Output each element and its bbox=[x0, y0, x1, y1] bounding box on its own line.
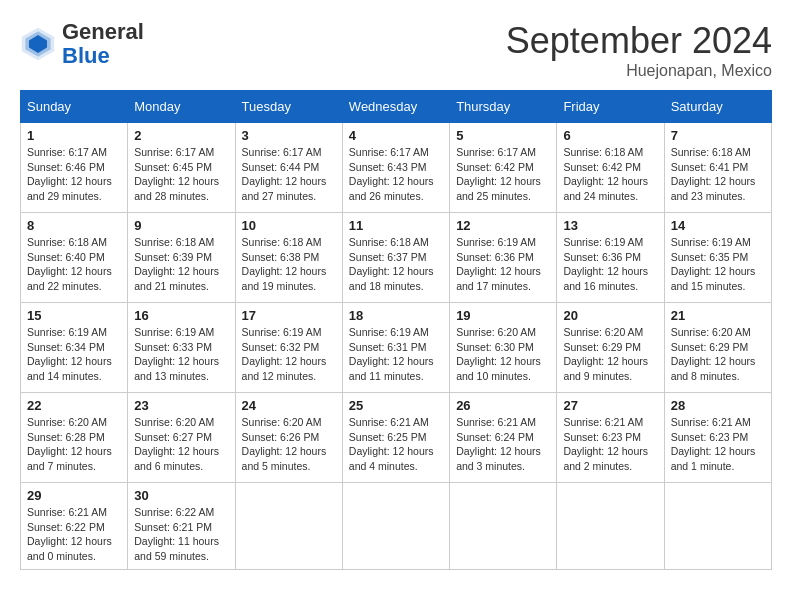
calendar-header: SundayMondayTuesdayWednesdayThursdayFrid… bbox=[21, 91, 772, 123]
calendar-cell: 2Sunrise: 6:17 AMSunset: 6:45 PMDaylight… bbox=[128, 123, 235, 213]
day-info: Sunrise: 6:21 AMSunset: 6:24 PMDaylight:… bbox=[456, 415, 550, 474]
day-of-week-header: Sunday bbox=[21, 91, 128, 123]
day-number: 13 bbox=[563, 218, 657, 233]
day-info: Sunrise: 6:20 AMSunset: 6:29 PMDaylight:… bbox=[563, 325, 657, 384]
calendar-cell: 8Sunrise: 6:18 AMSunset: 6:40 PMDaylight… bbox=[21, 213, 128, 303]
day-info: Sunrise: 6:19 AMSunset: 6:31 PMDaylight:… bbox=[349, 325, 443, 384]
day-number: 2 bbox=[134, 128, 228, 143]
calendar-cell: 9Sunrise: 6:18 AMSunset: 6:39 PMDaylight… bbox=[128, 213, 235, 303]
logo-blue: Blue bbox=[62, 43, 110, 68]
day-number: 26 bbox=[456, 398, 550, 413]
day-info: Sunrise: 6:17 AMSunset: 6:45 PMDaylight:… bbox=[134, 145, 228, 204]
day-info: Sunrise: 6:20 AMSunset: 6:27 PMDaylight:… bbox=[134, 415, 228, 474]
calendar-cell: 23Sunrise: 6:20 AMSunset: 6:27 PMDayligh… bbox=[128, 393, 235, 483]
day-number: 14 bbox=[671, 218, 765, 233]
calendar-week-row: 22Sunrise: 6:20 AMSunset: 6:28 PMDayligh… bbox=[21, 393, 772, 483]
calendar-cell: 25Sunrise: 6:21 AMSunset: 6:25 PMDayligh… bbox=[342, 393, 449, 483]
day-number: 12 bbox=[456, 218, 550, 233]
day-info: Sunrise: 6:18 AMSunset: 6:40 PMDaylight:… bbox=[27, 235, 121, 294]
calendar-cell: 19Sunrise: 6:20 AMSunset: 6:30 PMDayligh… bbox=[450, 303, 557, 393]
calendar-cell bbox=[664, 483, 771, 570]
calendar-cell: 14Sunrise: 6:19 AMSunset: 6:35 PMDayligh… bbox=[664, 213, 771, 303]
day-number: 23 bbox=[134, 398, 228, 413]
calendar-cell: 18Sunrise: 6:19 AMSunset: 6:31 PMDayligh… bbox=[342, 303, 449, 393]
day-info: Sunrise: 6:19 AMSunset: 6:36 PMDaylight:… bbox=[456, 235, 550, 294]
calendar-cell: 13Sunrise: 6:19 AMSunset: 6:36 PMDayligh… bbox=[557, 213, 664, 303]
day-number: 21 bbox=[671, 308, 765, 323]
calendar-week-row: 8Sunrise: 6:18 AMSunset: 6:40 PMDaylight… bbox=[21, 213, 772, 303]
day-of-week-header: Tuesday bbox=[235, 91, 342, 123]
calendar-cell: 7Sunrise: 6:18 AMSunset: 6:41 PMDaylight… bbox=[664, 123, 771, 213]
calendar-cell bbox=[235, 483, 342, 570]
day-number: 17 bbox=[242, 308, 336, 323]
calendar-cell: 10Sunrise: 6:18 AMSunset: 6:38 PMDayligh… bbox=[235, 213, 342, 303]
day-number: 10 bbox=[242, 218, 336, 233]
day-info: Sunrise: 6:18 AMSunset: 6:37 PMDaylight:… bbox=[349, 235, 443, 294]
calendar-week-row: 29Sunrise: 6:21 AMSunset: 6:22 PMDayligh… bbox=[21, 483, 772, 570]
location-title: Huejonapan, Mexico bbox=[506, 62, 772, 80]
day-number: 28 bbox=[671, 398, 765, 413]
calendar-cell: 28Sunrise: 6:21 AMSunset: 6:23 PMDayligh… bbox=[664, 393, 771, 483]
day-number: 27 bbox=[563, 398, 657, 413]
calendar-cell: 24Sunrise: 6:20 AMSunset: 6:26 PMDayligh… bbox=[235, 393, 342, 483]
day-info: Sunrise: 6:19 AMSunset: 6:32 PMDaylight:… bbox=[242, 325, 336, 384]
day-info: Sunrise: 6:19 AMSunset: 6:33 PMDaylight:… bbox=[134, 325, 228, 384]
day-info: Sunrise: 6:20 AMSunset: 6:28 PMDaylight:… bbox=[27, 415, 121, 474]
general-blue-logo-icon bbox=[20, 26, 56, 62]
calendar-cell: 4Sunrise: 6:17 AMSunset: 6:43 PMDaylight… bbox=[342, 123, 449, 213]
day-number: 3 bbox=[242, 128, 336, 143]
day-number: 15 bbox=[27, 308, 121, 323]
day-info: Sunrise: 6:18 AMSunset: 6:39 PMDaylight:… bbox=[134, 235, 228, 294]
day-info: Sunrise: 6:17 AMSunset: 6:46 PMDaylight:… bbox=[27, 145, 121, 204]
day-info: Sunrise: 6:21 AMSunset: 6:23 PMDaylight:… bbox=[671, 415, 765, 474]
calendar-cell: 26Sunrise: 6:21 AMSunset: 6:24 PMDayligh… bbox=[450, 393, 557, 483]
calendar-cell: 6Sunrise: 6:18 AMSunset: 6:42 PMDaylight… bbox=[557, 123, 664, 213]
calendar-cell: 16Sunrise: 6:19 AMSunset: 6:33 PMDayligh… bbox=[128, 303, 235, 393]
calendar-cell: 1Sunrise: 6:17 AMSunset: 6:46 PMDaylight… bbox=[21, 123, 128, 213]
calendar-week-row: 1Sunrise: 6:17 AMSunset: 6:46 PMDaylight… bbox=[21, 123, 772, 213]
day-info: Sunrise: 6:18 AMSunset: 6:42 PMDaylight:… bbox=[563, 145, 657, 204]
calendar-cell: 20Sunrise: 6:20 AMSunset: 6:29 PMDayligh… bbox=[557, 303, 664, 393]
calendar-cell: 11Sunrise: 6:18 AMSunset: 6:37 PMDayligh… bbox=[342, 213, 449, 303]
day-of-week-header: Friday bbox=[557, 91, 664, 123]
day-info: Sunrise: 6:21 AMSunset: 6:25 PMDaylight:… bbox=[349, 415, 443, 474]
title-area: September 2024 Huejonapan, Mexico bbox=[506, 20, 772, 80]
days-of-week-row: SundayMondayTuesdayWednesdayThursdayFrid… bbox=[21, 91, 772, 123]
calendar-cell: 21Sunrise: 6:20 AMSunset: 6:29 PMDayligh… bbox=[664, 303, 771, 393]
calendar-cell bbox=[342, 483, 449, 570]
day-info: Sunrise: 6:17 AMSunset: 6:44 PMDaylight:… bbox=[242, 145, 336, 204]
day-number: 1 bbox=[27, 128, 121, 143]
day-info: Sunrise: 6:20 AMSunset: 6:30 PMDaylight:… bbox=[456, 325, 550, 384]
day-number: 9 bbox=[134, 218, 228, 233]
calendar-cell bbox=[450, 483, 557, 570]
day-number: 8 bbox=[27, 218, 121, 233]
calendar-cell: 29Sunrise: 6:21 AMSunset: 6:22 PMDayligh… bbox=[21, 483, 128, 570]
day-of-week-header: Wednesday bbox=[342, 91, 449, 123]
logo-general: General bbox=[62, 19, 144, 44]
calendar-cell: 12Sunrise: 6:19 AMSunset: 6:36 PMDayligh… bbox=[450, 213, 557, 303]
calendar-cell: 22Sunrise: 6:20 AMSunset: 6:28 PMDayligh… bbox=[21, 393, 128, 483]
calendar-body: 1Sunrise: 6:17 AMSunset: 6:46 PMDaylight… bbox=[21, 123, 772, 570]
day-of-week-header: Thursday bbox=[450, 91, 557, 123]
day-info: Sunrise: 6:19 AMSunset: 6:35 PMDaylight:… bbox=[671, 235, 765, 294]
logo-text: General Blue bbox=[62, 20, 144, 68]
calendar-cell: 27Sunrise: 6:21 AMSunset: 6:23 PMDayligh… bbox=[557, 393, 664, 483]
day-info: Sunrise: 6:17 AMSunset: 6:43 PMDaylight:… bbox=[349, 145, 443, 204]
calendar-cell: 15Sunrise: 6:19 AMSunset: 6:34 PMDayligh… bbox=[21, 303, 128, 393]
calendar-table: SundayMondayTuesdayWednesdayThursdayFrid… bbox=[20, 90, 772, 570]
calendar-week-row: 15Sunrise: 6:19 AMSunset: 6:34 PMDayligh… bbox=[21, 303, 772, 393]
logo: General Blue bbox=[20, 20, 144, 68]
calendar-cell: 3Sunrise: 6:17 AMSunset: 6:44 PMDaylight… bbox=[235, 123, 342, 213]
day-number: 25 bbox=[349, 398, 443, 413]
day-number: 6 bbox=[563, 128, 657, 143]
day-number: 18 bbox=[349, 308, 443, 323]
page-header: General Blue September 2024 Huejonapan, … bbox=[20, 20, 772, 80]
day-info: Sunrise: 6:20 AMSunset: 6:26 PMDaylight:… bbox=[242, 415, 336, 474]
day-number: 4 bbox=[349, 128, 443, 143]
day-of-week-header: Monday bbox=[128, 91, 235, 123]
day-number: 30 bbox=[134, 488, 228, 503]
day-info: Sunrise: 6:17 AMSunset: 6:42 PMDaylight:… bbox=[456, 145, 550, 204]
day-info: Sunrise: 6:18 AMSunset: 6:38 PMDaylight:… bbox=[242, 235, 336, 294]
day-info: Sunrise: 6:22 AMSunset: 6:21 PMDaylight:… bbox=[134, 505, 228, 564]
calendar-cell bbox=[557, 483, 664, 570]
